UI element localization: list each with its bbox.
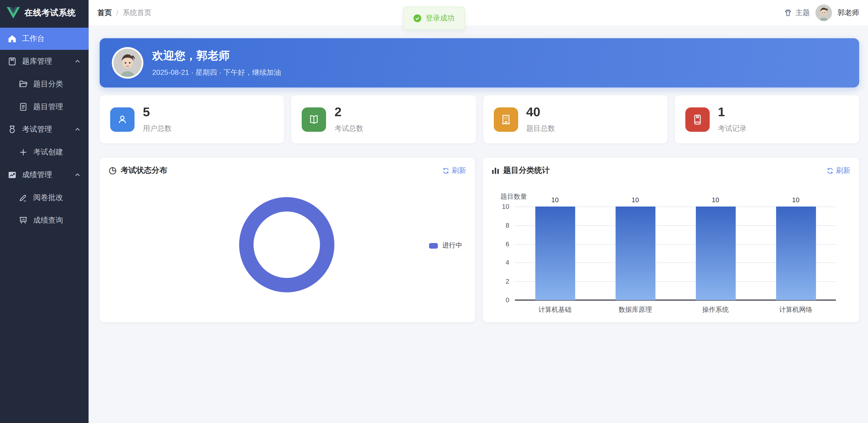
data-board-icon (19, 216, 28, 225)
breadcrumb-separator: / (116, 9, 118, 17)
sidebar: 在线考试系统 工作台 题库管理 (0, 0, 89, 423)
x-category-label: 操作系统 (702, 305, 729, 314)
bar-column: 10 数据库原理 (595, 206, 675, 300)
vue-logo-icon (7, 7, 20, 19)
refresh-button[interactable]: 刷新 (827, 166, 850, 175)
bar: 10 (535, 206, 575, 300)
stat-label: 题目总数 (526, 123, 555, 133)
document-icon (19, 102, 28, 111)
refresh-icon (827, 167, 834, 174)
y-tick: 6 (506, 240, 509, 248)
breadcrumb: 首页 / 系统首页 (97, 8, 152, 18)
plus-icon (19, 148, 28, 157)
user-icon (110, 107, 134, 131)
user-name[interactable]: 郭老师 (838, 8, 859, 18)
x-category-label: 计算机网络 (779, 305, 812, 314)
trend-chart-icon (8, 170, 17, 180)
bar-chart-icon (492, 167, 499, 174)
notebook-icon (8, 57, 17, 66)
bar: 10 (615, 206, 655, 300)
folder-icon (19, 80, 28, 89)
chevron-up-icon (74, 58, 81, 65)
x-category-label: 计算机基础 (538, 305, 571, 314)
app-title: 在线考试系统 (24, 7, 76, 18)
theme-button[interactable]: 主题 (784, 8, 810, 18)
sidebar-item-grading[interactable]: 阅卷批改 (0, 187, 89, 208)
sidebar-item-question-manage[interactable]: 题目管理 (0, 96, 89, 118)
bar-value-label: 10 (792, 196, 800, 204)
stat-card-exams: 2 考试总数 (291, 95, 476, 143)
stat-value: 40 (526, 105, 555, 118)
open-book-icon (302, 107, 326, 131)
stat-value: 5 (143, 105, 172, 118)
welcome-title: 欢迎您，郭老师 (152, 48, 281, 63)
bar-column: 10 计算机基础 (515, 206, 595, 300)
bar-value-label: 10 (551, 196, 559, 204)
y-tick: 8 (506, 221, 509, 229)
check-circle-icon (413, 14, 421, 22)
legend-item-in-progress[interactable]: 进行中 (429, 241, 462, 250)
toast-message: 登录成功 (426, 13, 455, 23)
refresh-button[interactable]: 刷新 (442, 166, 466, 175)
y-tick: 4 (506, 259, 509, 266)
exam-status-card: 考试状态分布 刷新 进行中 (100, 158, 475, 322)
chevron-up-icon (74, 126, 81, 133)
legend-swatch (429, 243, 438, 248)
stat-value: 2 (335, 105, 364, 118)
sidebar-item-score-query[interactable]: 成绩查询 (0, 209, 89, 231)
y-axis-title: 题目数量 (500, 192, 527, 201)
sidebar-item-question-category[interactable]: 题目分类 (0, 73, 89, 95)
bar-column: 10 操作系统 (675, 206, 756, 300)
logo-row: 在线考试系统 (0, 0, 89, 26)
y-tick: 2 (506, 278, 509, 285)
stat-label: 考试记录 (718, 123, 747, 133)
card-title: 考试状态分布 (121, 166, 167, 175)
y-tick: 10 (502, 203, 509, 210)
stat-cards: 5 用户总数 2 考试总数 (100, 95, 859, 143)
refresh-icon (442, 167, 450, 174)
x-category-label: 数据库原理 (619, 305, 652, 314)
success-toast: 登录成功 (403, 7, 465, 30)
home-icon (8, 34, 17, 43)
question-category-card: 题目分类统计 刷新 题目数量 (483, 158, 859, 322)
y-tick: 0 (506, 296, 509, 304)
sidebar-item-workbench[interactable]: 工作台 (0, 28, 89, 50)
stat-label: 考试总数 (335, 123, 364, 133)
bar-value-label: 10 (631, 196, 639, 204)
bar-value-label: 10 (712, 196, 719, 204)
stat-card-users: 5 用户总数 (100, 95, 284, 143)
sidebar-group-question-bank[interactable]: 题库管理 (0, 51, 89, 72)
welcome-banner: 欢迎您，郭老师 2025-08-21 · 星期四 · 下午好，继续加油 (100, 38, 859, 88)
sidebar-menu: 工作台 题库管理 (0, 28, 89, 231)
stat-card-records: 1 考试记录 (675, 95, 859, 143)
legend-label: 进行中 (442, 241, 462, 250)
topbar: 首页 / 系统首页 主题 (89, 0, 868, 26)
sidebar-group-score-manage[interactable]: 成绩管理 (0, 164, 89, 186)
theme-icon (784, 9, 792, 17)
sidebar-group-exam-manage[interactable]: 考试管理 (0, 119, 89, 140)
bar-column: 10 计算机网络 (756, 206, 836, 300)
building-icon (494, 107, 518, 131)
donut-segment-in-progress (239, 197, 334, 292)
stat-label: 用户总数 (143, 123, 172, 133)
app-root: 在线考试系统 工作台 题库管理 (0, 0, 868, 423)
user-avatar[interactable] (815, 4, 832, 21)
pencil-icon (19, 193, 28, 202)
bar-chart-plot: 题目数量 0 2 4 6 8 10 10 (515, 206, 836, 300)
welcome-avatar (112, 47, 144, 79)
main-content: 欢迎您，郭老师 2025-08-21 · 星期四 · 下午好，继续加油 5 用户… (89, 26, 868, 423)
card-title: 题目分类统计 (503, 166, 550, 175)
bar: 10 (695, 206, 735, 300)
stat-card-questions: 40 题目总数 (483, 95, 668, 143)
chart-cards: 考试状态分布 刷新 进行中 (100, 158, 859, 322)
sidebar-item-exam-create[interactable]: 考试创建 (0, 141, 89, 163)
pie-chart-icon (108, 166, 117, 175)
stat-value: 1 (718, 105, 747, 118)
welcome-subtitle: 2025-08-21 · 星期四 · 下午好，继续加油 (152, 68, 281, 77)
breadcrumb-home[interactable]: 首页 (97, 8, 112, 18)
bar: 10 (776, 206, 816, 300)
notebook-icon (685, 107, 709, 131)
chevron-up-icon (74, 172, 81, 178)
medal-icon (8, 125, 17, 134)
breadcrumb-current: 系统首页 (123, 8, 152, 18)
